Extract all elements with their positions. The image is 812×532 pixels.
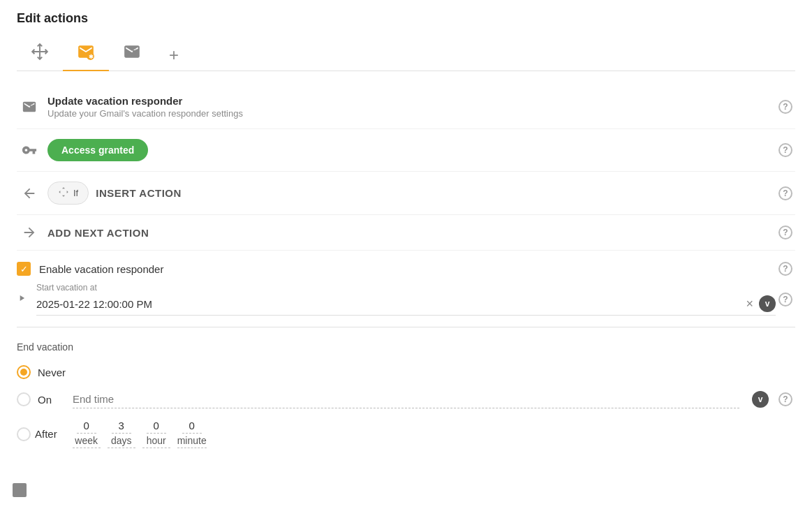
v-badge: v bbox=[759, 295, 776, 312]
access-granted-row: Access granted ? bbox=[17, 129, 795, 172]
never-radio-inner bbox=[20, 369, 27, 376]
date-input-area: 2025-01-22 12:00:00 PM × v bbox=[36, 295, 776, 316]
access-help[interactable]: ? bbox=[776, 143, 795, 157]
weeks-value[interactable]: 0 bbox=[77, 420, 96, 434]
on-radio-label: On bbox=[38, 394, 52, 406]
never-option-row: Never bbox=[17, 360, 795, 385]
date-value: 2025-01-22 12:00:00 PM bbox=[36, 298, 746, 310]
add-tab-icon: + bbox=[169, 47, 179, 64]
after-radio[interactable] bbox=[17, 427, 31, 441]
add-next-label: ADD NEXT ACTION bbox=[47, 227, 149, 239]
never-radio[interactable] bbox=[17, 365, 31, 379]
help-circle-icon-6: ? bbox=[778, 293, 792, 306]
insert-if-label: If bbox=[73, 188, 78, 198]
on-help[interactable]: ? bbox=[776, 392, 795, 406]
hours-unit: hour bbox=[142, 435, 170, 448]
forward-arrow-icon bbox=[17, 225, 42, 240]
minutes-unit: minute bbox=[177, 435, 207, 448]
minutes-value[interactable]: 0 bbox=[182, 420, 202, 434]
vacation-mail-icon bbox=[17, 99, 42, 114]
update-vacation-content: Update vacation responder Update your Gm… bbox=[42, 95, 776, 119]
days-field: 3 days bbox=[108, 420, 135, 448]
on-option-row: On v ? bbox=[17, 385, 795, 414]
after-radio-label: After bbox=[35, 428, 57, 440]
help-circle-icon-7: ? bbox=[778, 392, 792, 406]
end-vacation-label: End vacation bbox=[17, 341, 795, 353]
start-vacation-container: Start vacation at 2025-01-22 12:00:00 PM… bbox=[17, 283, 795, 327]
after-option-row: After 0 week 3 days 0 hour 0 minute bbox=[17, 414, 795, 454]
enable-checkbox-label: Enable vacation responder bbox=[39, 263, 163, 275]
insert-action-row: If INSERT ACTION ? bbox=[17, 172, 795, 215]
add-next-action-row[interactable]: ADD NEXT ACTION ? bbox=[17, 215, 795, 251]
help-circle-icon-4: ? bbox=[778, 226, 792, 239]
help-circle-icon: ? bbox=[778, 100, 792, 114]
access-badge: Access granted bbox=[47, 139, 148, 161]
key-icon bbox=[17, 142, 42, 158]
enable-help[interactable]: ? bbox=[776, 262, 795, 276]
svg-text:✱: ✱ bbox=[89, 54, 94, 60]
clear-date-button[interactable]: × bbox=[746, 297, 753, 311]
insert-help[interactable]: ? bbox=[776, 186, 795, 200]
tab-bar: ✱ + bbox=[17, 37, 795, 71]
tab-email-action[interactable]: ✱ bbox=[63, 37, 109, 71]
end-time-input[interactable] bbox=[73, 390, 739, 408]
enable-checkbox[interactable]: ✓ bbox=[17, 262, 31, 276]
update-vacation-help[interactable]: ? bbox=[776, 100, 795, 114]
end-time-v-badge: v bbox=[752, 391, 769, 408]
end-vacation-section: End vacation Never On v ? After 0 bbox=[17, 334, 795, 454]
hours-field: 0 hour bbox=[142, 420, 170, 448]
play-icon bbox=[17, 293, 36, 305]
update-vacation-subtitle: Update your Gmail's vacation responder s… bbox=[47, 108, 776, 119]
insert-if-button[interactable]: If bbox=[47, 182, 89, 205]
start-vacation-field: Start vacation at 2025-01-22 12:00:00 PM… bbox=[36, 283, 776, 316]
weeks-unit: week bbox=[73, 435, 101, 448]
email-action-icon: ✱ bbox=[77, 43, 95, 64]
back-arrow-icon bbox=[17, 186, 42, 201]
start-vacation-help[interactable]: ? bbox=[776, 293, 795, 306]
add-next-help[interactable]: ? bbox=[776, 226, 795, 239]
minutes-field: 0 minute bbox=[177, 420, 207, 448]
tab-move[interactable] bbox=[17, 37, 63, 71]
start-vacation-row: Start vacation at 2025-01-22 12:00:00 PM… bbox=[17, 283, 795, 316]
insert-flow-icon bbox=[58, 186, 69, 200]
enable-checkbox-row: ✓ Enable vacation responder ? bbox=[17, 251, 795, 283]
help-circle-icon-2: ? bbox=[778, 143, 792, 157]
days-value[interactable]: 3 bbox=[112, 420, 131, 434]
days-unit: days bbox=[108, 435, 135, 448]
on-radio[interactable] bbox=[17, 392, 31, 406]
help-circle-icon-5: ? bbox=[778, 262, 792, 276]
email-redirect-icon bbox=[123, 43, 141, 64]
update-vacation-title: Update vacation responder bbox=[47, 95, 776, 107]
stop-button[interactable] bbox=[13, 483, 27, 497]
move-icon bbox=[31, 43, 49, 64]
page-title: Edit actions bbox=[17, 11, 795, 26]
tab-add[interactable]: + bbox=[155, 41, 193, 71]
hours-value[interactable]: 0 bbox=[147, 420, 166, 434]
never-radio-label: Never bbox=[38, 367, 66, 378]
insert-action-label: INSERT ACTION bbox=[96, 187, 182, 199]
date-actions: × v bbox=[746, 295, 776, 312]
start-vacation-label: Start vacation at bbox=[36, 283, 776, 293]
help-circle-icon-3: ? bbox=[778, 186, 792, 200]
weeks-field: 0 week bbox=[73, 420, 101, 448]
tab-email-redirect[interactable] bbox=[109, 37, 155, 71]
update-vacation-section: Update vacation responder Update your Gm… bbox=[17, 85, 795, 129]
